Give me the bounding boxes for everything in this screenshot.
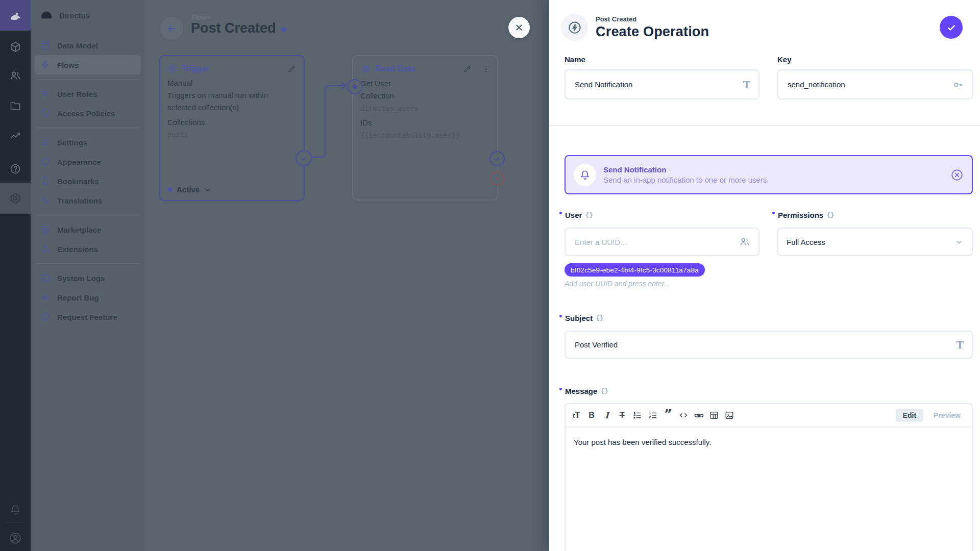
sidebar-item-user-roles[interactable]: User Roles <box>35 84 141 104</box>
sidebar-item-label: Request Feature <box>57 313 117 321</box>
trigger-bolt-icon <box>167 64 177 73</box>
blockquote-icon[interactable]: ” <box>660 408 676 423</box>
read-data-resolve-connector[interactable] <box>489 151 505 166</box>
table-icon[interactable] <box>706 408 722 423</box>
text-input-icon: T <box>743 79 750 90</box>
project-header[interactable]: Directus <box>31 0 145 31</box>
drawer-close-button[interactable] <box>508 17 530 38</box>
users-icon <box>40 89 51 99</box>
numbered-list-icon[interactable] <box>645 408 660 423</box>
sidebar-item-label: Translations <box>57 196 102 205</box>
code-icon[interactable] <box>676 408 691 423</box>
x-icon <box>495 176 500 182</box>
trigger-collections-label: Collections <box>167 116 297 129</box>
heading-icon[interactable]: tT <box>569 408 584 423</box>
message-content[interactable]: Your post has been verified successfully… <box>566 428 972 457</box>
image-icon[interactable] <box>722 408 737 423</box>
flow-status-dot <box>281 27 286 32</box>
edit-trigger-icon[interactable] <box>287 64 297 73</box>
raw-value-icon[interactable]: {} <box>596 314 604 322</box>
strikethrough-icon[interactable]: T <box>615 408 630 423</box>
sidebar-item-access-policies[interactable]: Access Policies <box>35 104 141 123</box>
read-data-panel-title: Read Data <box>375 64 415 73</box>
trigger-output-connector[interactable] <box>296 150 312 166</box>
flow-status-toggle[interactable]: Active <box>167 185 211 194</box>
operation-name: Get User <box>360 78 490 90</box>
content-module[interactable] <box>0 32 31 62</box>
required-dot <box>559 315 562 317</box>
sidebar-item-label: Report Bug <box>57 293 99 302</box>
kebab-menu-icon[interactable] <box>482 65 490 73</box>
bold-icon[interactable]: B <box>584 408 599 423</box>
trending-up-icon <box>9 130 21 142</box>
key-field <box>777 69 973 99</box>
user-avatar[interactable] <box>0 523 31 551</box>
read-data-reject-connector[interactable] <box>490 171 504 186</box>
sidebar-item-request-feature[interactable]: Request Feature <box>35 307 141 327</box>
permissions-value: Full Access <box>787 238 949 246</box>
sidebar-item-report-bug[interactable]: Report Bug <box>35 288 141 307</box>
key-field-label: Key <box>777 55 792 64</box>
raw-value-icon[interactable]: {} <box>585 211 593 219</box>
check-icon <box>946 22 957 33</box>
x-circle-icon <box>950 168 964 182</box>
sidebar-item-marketplace[interactable]: Marketplace <box>35 220 141 239</box>
subject-input[interactable] <box>574 340 951 349</box>
edit-operation-icon[interactable] <box>463 64 472 73</box>
banner-dismiss-button[interactable] <box>950 168 964 182</box>
raw-value-icon[interactable]: {} <box>826 211 835 219</box>
user-uuid-input[interactable] <box>574 237 734 247</box>
message-field-label: Message {} <box>565 387 608 395</box>
bullet-list-icon[interactable] <box>630 408 645 423</box>
operation-banner[interactable]: Send Notification Send an in-app notific… <box>565 155 973 194</box>
help-circle-icon <box>9 163 21 175</box>
operation-type-badge <box>561 14 588 41</box>
read-data-panel[interactable]: Read Data Get User Collection directus_u… <box>352 55 498 201</box>
breadcrumb[interactable]: Flows <box>191 13 210 21</box>
key-input[interactable] <box>787 80 947 89</box>
bolt-circle-icon <box>567 20 582 35</box>
trigger-panel[interactable]: Trigger Manual Triggers on manual run wi… <box>159 55 305 201</box>
docs-module[interactable] <box>0 154 31 184</box>
permissions-field-label: Permissions {} <box>777 211 835 219</box>
user-field <box>565 228 760 256</box>
notification-bell-badge <box>574 164 596 186</box>
sidebar-item-system-logs[interactable]: System Logs <box>35 268 141 288</box>
trigger-panel-title: Trigger <box>182 64 209 73</box>
save-button[interactable] <box>940 16 963 39</box>
sidebar-item-bookmarks[interactable]: Bookmarks <box>35 171 141 191</box>
sidebar-item-settings[interactable]: Settings <box>35 133 141 152</box>
drawer-title: Create Operation <box>596 24 709 40</box>
sidebar-item-extensions[interactable]: Extensions <box>35 239 141 259</box>
sidebar-item-label: Access Policies <box>57 109 115 118</box>
module-bar <box>0 0 31 551</box>
files-module[interactable] <box>0 91 31 120</box>
link-icon[interactable] <box>691 408 706 423</box>
insights-module[interactable] <box>0 121 31 151</box>
read-data-input-connector[interactable] <box>347 79 362 94</box>
raw-value-icon[interactable]: {} <box>600 387 608 395</box>
directus-rabbit-logo[interactable] <box>0 0 31 31</box>
module-bar-divider <box>6 522 24 523</box>
sidebar-item-data-model[interactable]: Data Model <box>35 36 141 55</box>
user-uuid-chip[interactable]: bf02c5e9-ebe2-4bf4-9fc5-3c00811a7a8a <box>565 263 705 277</box>
preview-tab[interactable]: Preview <box>927 409 967 422</box>
permissions-select[interactable]: Full Access <box>777 228 973 256</box>
trigger-description: Triggers on manual run within selected c… <box>167 89 285 114</box>
italic-icon[interactable]: I <box>599 408 615 423</box>
settings-module[interactable] <box>0 183 31 214</box>
sidebar-item-appearance[interactable]: Appearance <box>35 152 141 171</box>
active-status-dot <box>167 187 172 192</box>
collection-label: Collection <box>360 90 490 102</box>
banner-title: Send Notification <box>603 165 767 174</box>
notifications-button[interactable] <box>0 495 31 524</box>
banner-description: Send an in-app notification to one or mo… <box>603 176 767 184</box>
name-input[interactable] <box>574 80 738 89</box>
sidebar-item-translations[interactable]: Translations <box>35 191 141 210</box>
edit-tab[interactable]: Edit <box>896 409 923 422</box>
back-button[interactable] <box>160 17 183 40</box>
bookmark-icon <box>40 176 51 186</box>
users-module[interactable] <box>0 61 31 90</box>
folder-icon <box>9 99 21 112</box>
sidebar-item-flows[interactable]: Flows <box>35 55 141 74</box>
